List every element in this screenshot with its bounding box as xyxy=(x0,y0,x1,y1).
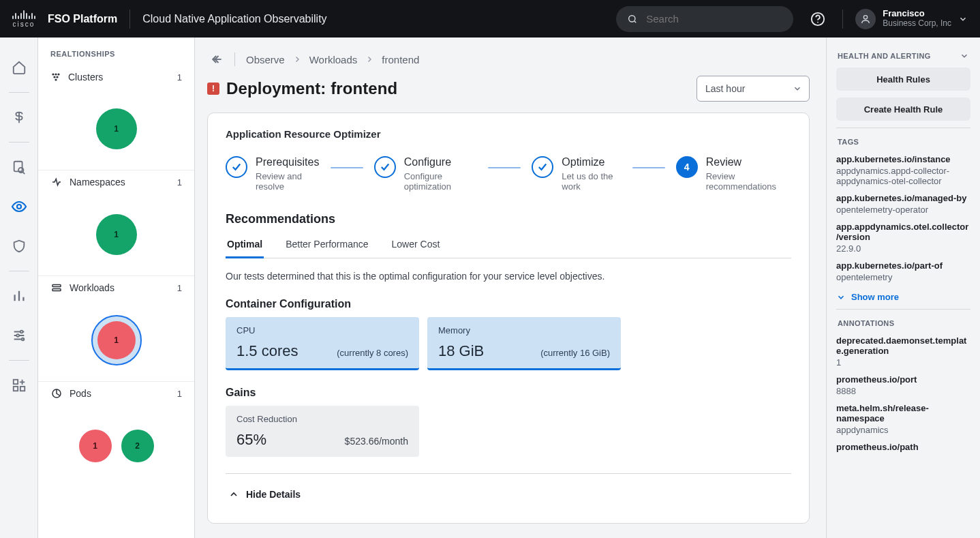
search-box[interactable] xyxy=(616,6,793,32)
chevron-down-icon xyxy=(958,14,968,24)
gain-title: Cost Reduction xyxy=(236,414,408,424)
help-button[interactable] xyxy=(806,7,830,31)
show-more-tags[interactable]: Show more xyxy=(836,292,970,302)
hide-details-toggle[interactable]: Hide Details xyxy=(226,473,791,508)
rel-icon xyxy=(50,176,63,188)
main-content: Observe Workloads frontend ! Deployment:… xyxy=(195,38,826,538)
tab-better-performance[interactable]: Better Performance xyxy=(284,233,369,258)
kv-value: 22.9.0 xyxy=(836,243,970,254)
kv-value: opentelemetry-operator xyxy=(836,205,970,215)
page-title: Deployment: frontend xyxy=(226,79,397,98)
recommendation-desc: Our tests determined that this is the op… xyxy=(226,271,791,282)
rel-group-namespaces[interactable]: Namespaces1 xyxy=(38,170,194,194)
user-menu[interactable]: Francisco Business Corp, Inc xyxy=(855,9,968,29)
rel-label: Workloads xyxy=(70,282,114,293)
rel-count: 1 xyxy=(177,283,182,293)
rel-group-pods[interactable]: Pods1 xyxy=(38,382,194,405)
rel-bubbles: 1 xyxy=(38,194,194,275)
step-2: ConfigureConfigure optimization xyxy=(374,156,478,192)
search-icon xyxy=(627,13,638,25)
rel-label: Clusters xyxy=(68,72,103,83)
cisco-logo: cisco xyxy=(12,10,35,28)
dollar-icon xyxy=(12,110,27,125)
rel-label: Namespaces xyxy=(70,177,125,188)
step-subtitle: Configure optimization xyxy=(404,171,478,192)
kv-value: appdynamics xyxy=(836,425,970,435)
rel-group-clusters[interactable]: Clusters1 xyxy=(38,66,194,88)
step-title: Review xyxy=(706,156,791,168)
tab-lower-cost[interactable]: Lower Cost xyxy=(391,233,442,258)
svg-point-8 xyxy=(16,334,19,337)
nav-observe[interactable] xyxy=(0,190,38,223)
rel-icon xyxy=(50,282,63,294)
crumb-frontend[interactable]: frontend xyxy=(382,54,419,65)
product-name: Cloud Native Application Observability xyxy=(142,13,326,25)
time-range-select[interactable]: Last hour xyxy=(696,76,810,102)
right-sidebar: HEALTH AND ALERTING Health Rules Create … xyxy=(826,38,980,538)
rel-count: 1 xyxy=(177,72,182,83)
nav-security[interactable] xyxy=(0,230,38,263)
gains-heading: Gains xyxy=(226,387,791,399)
rel-label: Pods xyxy=(70,388,91,399)
svg-point-7 xyxy=(20,331,22,333)
rel-group-workloads[interactable]: Workloads1 xyxy=(38,276,194,299)
rel-bubble[interactable]: 1 xyxy=(96,108,137,149)
nav-apps[interactable] xyxy=(0,369,38,402)
recommendations-heading: Recommendations xyxy=(226,212,791,226)
nav-explore[interactable] xyxy=(0,151,38,183)
step-subtitle: Review recommendations xyxy=(706,171,791,192)
kv-key: deprecated.daemonset.template.generation xyxy=(836,335,970,356)
kv-key: prometheus.io/port xyxy=(836,374,970,385)
svg-rect-19 xyxy=(52,285,61,287)
nav-home[interactable] xyxy=(0,51,38,84)
user-org: Business Corp, Inc xyxy=(883,19,951,29)
rel-icon xyxy=(50,387,63,400)
nav-configure[interactable] xyxy=(0,319,38,352)
create-health-rule-button[interactable]: Create Health Rule xyxy=(836,98,970,121)
check-icon xyxy=(374,156,396,178)
rel-count: 1 xyxy=(177,177,182,188)
person-icon xyxy=(860,14,871,25)
annotations-heading: ANNOTATIONS xyxy=(838,319,894,327)
home-icon xyxy=(12,60,27,75)
step-subtitle: Let us do the work xyxy=(562,171,621,192)
nav-analytics[interactable] xyxy=(0,280,38,312)
top-bar: cisco FSO Platform Cloud Native Applicat… xyxy=(0,0,980,38)
hide-details-label: Hide Details xyxy=(246,489,301,500)
search-input[interactable] xyxy=(645,12,782,25)
tab-optimal[interactable]: Optimal xyxy=(226,233,264,258)
svg-point-2 xyxy=(817,21,818,23)
rel-bubble[interactable]: 1 xyxy=(96,214,137,255)
sliders-icon xyxy=(12,328,27,343)
gain-value: 65% xyxy=(236,431,266,449)
crumb-workloads[interactable]: Workloads xyxy=(309,54,358,65)
step-title: Optimize xyxy=(562,156,621,168)
help-icon xyxy=(810,12,825,27)
svg-rect-20 xyxy=(52,289,61,291)
rel-bubble[interactable]: 2 xyxy=(121,430,154,462)
svg-point-16 xyxy=(53,76,55,78)
nav-cost[interactable] xyxy=(0,101,38,134)
document-search-icon xyxy=(12,160,27,175)
check-icon xyxy=(226,156,247,178)
relationships-panel: REALTIONSHIPS Clusters11Namespaces11Work… xyxy=(38,38,195,538)
kv-value: appdynamics.appd-collector-appdynamics-o… xyxy=(836,166,970,186)
health-heading[interactable]: HEALTH AND ALERTING xyxy=(836,48,970,68)
gain-card: Cost Reduction65%$523.66/month xyxy=(226,406,419,457)
health-rules-button[interactable]: Health Rules xyxy=(836,68,970,91)
svg-point-15 xyxy=(57,73,59,75)
chevron-right-icon xyxy=(365,55,373,63)
svg-point-6 xyxy=(17,205,21,209)
kv-key: prometheus.io/path xyxy=(836,442,970,452)
rel-bubble[interactable]: 1 xyxy=(91,315,142,365)
rel-bubbles: 1 xyxy=(38,88,194,170)
time-range-value: Last hour xyxy=(705,83,745,94)
eye-icon xyxy=(11,198,27,215)
arrow-left-icon xyxy=(210,53,224,66)
shield-icon xyxy=(12,239,27,254)
crumb-observe[interactable]: Observe xyxy=(246,54,285,65)
back-button[interactable] xyxy=(207,50,226,69)
rel-bubble[interactable]: 1 xyxy=(79,430,112,462)
svg-point-3 xyxy=(864,15,868,18)
svg-point-13 xyxy=(52,73,54,75)
